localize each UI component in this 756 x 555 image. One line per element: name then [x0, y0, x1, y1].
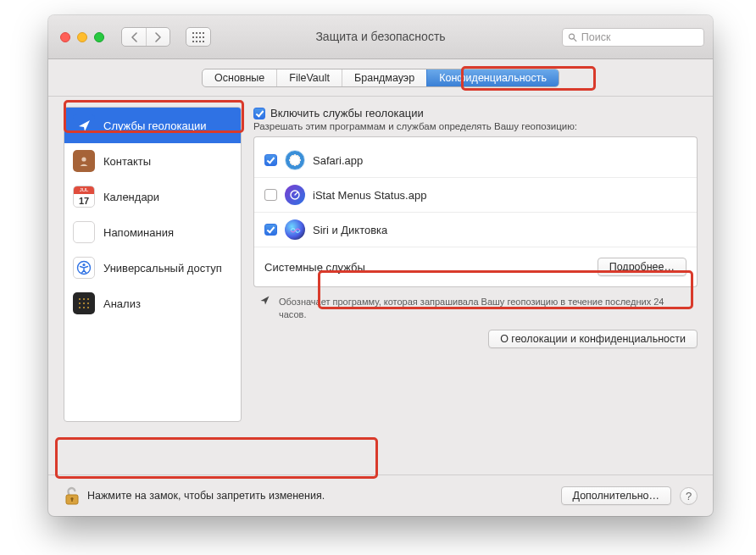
sidebar-item-accessibility[interactable]: Универсальный доступ	[64, 250, 241, 286]
svg-rect-3	[203, 32, 204, 34]
sidebar-item-label: Анализ	[103, 297, 141, 310]
sidebar-item-label: Календари	[103, 191, 159, 203]
sidebar-item-label: Напоминания	[103, 226, 174, 239]
show-all-prefs-button[interactable]	[186, 27, 211, 47]
zoom-window-button[interactable]	[94, 32, 104, 42]
svg-rect-9	[196, 41, 197, 42]
tab-general[interactable]: Основные	[203, 69, 276, 86]
app-row-istat: iStat Menus Status.app	[254, 177, 697, 212]
enable-location-checkbox[interactable]	[253, 108, 265, 119]
search-field[interactable]	[562, 28, 704, 47]
svg-point-22	[87, 302, 89, 304]
location-services-panel: Включить службы геолокации Разрешать эти…	[253, 107, 698, 468]
body: Службы геолокации Контакты JUL 17 Календ…	[48, 97, 713, 475]
svg-point-14	[81, 157, 86, 161]
nav-forward-button[interactable]	[146, 28, 170, 46]
search-input[interactable]	[581, 31, 698, 43]
sidebar-item-analytics[interactable]: Анализ	[64, 286, 241, 321]
svg-rect-1	[196, 32, 197, 34]
system-services-details-button[interactable]: Подробнее…	[598, 258, 687, 276]
svg-rect-0	[192, 32, 194, 34]
help-button[interactable]: ?	[680, 487, 698, 505]
preferences-window: Защита и безопасность Основные FileVault…	[48, 15, 713, 516]
safari-icon	[285, 150, 305, 170]
system-services-row: Системные службы Подробнее…	[254, 247, 697, 286]
tab-firewall[interactable]: Брандмауэр	[342, 69, 426, 86]
svg-rect-29	[71, 499, 73, 502]
app-row-safari: Safari.app	[254, 143, 697, 177]
svg-rect-4	[192, 36, 194, 38]
svg-point-21	[83, 302, 85, 304]
app-row-siri: Siri и Диктовка	[254, 212, 697, 247]
close-window-button[interactable]	[60, 32, 70, 42]
sidebar-item-label: Службы геолокации	[103, 119, 207, 132]
tabs-row: Основные FileVault Брандмауэр Конфиденци…	[48, 59, 713, 97]
svg-point-17	[79, 298, 81, 300]
svg-point-16	[82, 264, 85, 266]
svg-rect-5	[196, 36, 197, 38]
location-arrow-indicator-icon	[260, 296, 272, 321]
titlebar: Защита и безопасность	[48, 15, 713, 59]
system-services-label: Системные службы	[264, 261, 365, 274]
app-name: iStat Menus Status.app	[313, 189, 426, 202]
app-name: Safari.app	[313, 154, 363, 167]
unlock-icon	[64, 486, 81, 506]
tab-privacy[interactable]: Конфиденциальность	[426, 69, 559, 86]
svg-point-19	[87, 298, 89, 300]
sidebar-item-calendars[interactable]: JUL 17 Календари	[64, 179, 241, 214]
location-hint: Обозначает программу, которая запрашивал…	[253, 287, 698, 325]
app-checkbox[interactable]	[264, 154, 277, 166]
svg-point-20	[79, 302, 81, 304]
minimize-window-button[interactable]	[77, 32, 87, 42]
advanced-button[interactable]: Дополнительно…	[561, 486, 671, 505]
enable-location-subtext: Разрешать этим программам и службам опре…	[253, 121, 698, 131]
svg-rect-6	[199, 36, 201, 38]
app-checkbox[interactable]	[264, 189, 277, 201]
contacts-icon	[73, 150, 95, 172]
svg-point-25	[87, 307, 89, 308]
svg-rect-2	[199, 32, 201, 34]
app-checkbox[interactable]	[264, 224, 277, 236]
accessibility-icon	[73, 257, 95, 279]
sidebar-item-label: Контакты	[103, 155, 151, 168]
svg-rect-8	[192, 41, 194, 42]
svg-point-23	[79, 307, 81, 308]
siri-icon	[285, 219, 305, 240]
sidebar-item-location-services[interactable]: Службы геолокации	[64, 108, 241, 143]
svg-point-24	[83, 307, 85, 308]
grid-icon	[192, 32, 204, 42]
about-location-privacy-button[interactable]: О геолокации и конфиденциальности	[488, 330, 698, 348]
sidebar-item-label: Универсальный доступ	[103, 262, 222, 275]
sidebar-item-reminders[interactable]: Напоминания	[64, 214, 241, 250]
location-hint-text: Обозначает программу, которая запрашивал…	[279, 296, 691, 321]
search-icon	[568, 32, 577, 42]
lock-area[interactable]: Нажмите на замок, чтобы запретить измене…	[64, 486, 325, 506]
svg-rect-10	[199, 41, 201, 42]
svg-point-18	[83, 298, 85, 300]
app-name: Siri и Диктовка	[313, 224, 387, 236]
sidebar-item-contacts[interactable]: Контакты	[64, 143, 241, 179]
footer: Нажмите на замок, чтобы запретить измене…	[48, 475, 713, 516]
help-icon: ?	[686, 490, 692, 502]
svg-rect-7	[203, 36, 204, 38]
reminders-icon	[73, 221, 95, 243]
lock-text: Нажмите на замок, чтобы запретить измене…	[87, 490, 325, 502]
app-list-top-border	[253, 136, 698, 143]
privacy-category-sidebar: Службы геолокации Контакты JUL 17 Календ…	[64, 107, 242, 422]
enable-location-row: Включить службы геолокации	[253, 107, 698, 119]
nav-back-forward	[121, 27, 170, 47]
istat-icon	[285, 185, 305, 205]
enable-location-label: Включить службы геолокации	[270, 107, 424, 119]
window-controls	[57, 32, 104, 42]
location-arrow-icon	[73, 114, 95, 136]
tabs: Основные FileVault Брандмауэр Конфиденци…	[202, 69, 559, 87]
tab-filevault[interactable]: FileVault	[276, 69, 342, 86]
calendar-icon: JUL 17	[73, 186, 95, 208]
svg-rect-11	[203, 41, 204, 42]
analytics-icon	[73, 292, 95, 314]
app-list: Safari.app iStat Menus Status.app Siri и…	[253, 143, 698, 287]
nav-back-button[interactable]	[122, 28, 146, 46]
svg-line-13	[574, 38, 576, 41]
